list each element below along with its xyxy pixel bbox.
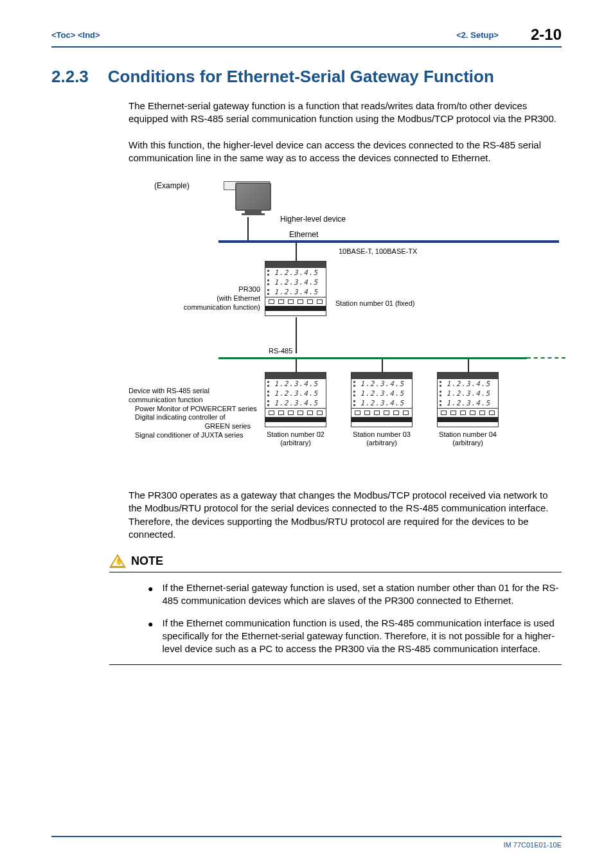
monitor-shape [235, 182, 271, 215]
rs485-bus [218, 357, 527, 359]
note-item-1: ● If the Ethernet-serial gateway functio… [148, 581, 562, 608]
device-list-caption: Device with RS-485 serial communication … [129, 387, 260, 440]
body-paragraph-1: The Ethernet-serial gateway function is … [129, 100, 562, 126]
device-station-04: 1.2.3.4.5 1.2.3.4.5 1.2.3.4.5 [437, 372, 499, 427]
rs485-bus-dashed [527, 357, 565, 359]
device-station-03: 1.2.3.4.5 1.2.3.4.5 1.2.3.4.5 [351, 372, 413, 427]
body-paragraph-3: The PR300 operates as a gateway that cha… [129, 489, 562, 541]
ethernet-bus [218, 240, 559, 243]
toc-link[interactable]: <Toc> [51, 30, 75, 40]
rs485-label: RS-485 [269, 347, 292, 355]
page-number: 2-10 [531, 26, 562, 44]
page-header: <Toc> <Ind> <2. Setup> 2-10 [51, 26, 562, 48]
station03-caption: Station number 03(arbitrary) [351, 430, 413, 447]
bullet-icon: ● [148, 583, 153, 608]
network-diagram: (Example) Higher-level device Ethernet 1… [129, 177, 562, 473]
header-section-link[interactable]: <2. Setup> [456, 30, 499, 40]
section-number: 2.2.3 [51, 67, 89, 87]
header-left: <Toc> <Ind> [51, 30, 100, 40]
note-item-2: ● If the Ethernet communication function… [148, 617, 562, 656]
section-title: Conditions for Ethernet-Serial Gateway F… [108, 67, 494, 87]
note-item-1-text: If the Ethernet-serial gateway function … [162, 581, 562, 608]
pr300-device: 1.2.3.4.5 1.2.3.4.5 1.2.3.4.5 [265, 261, 326, 316]
pr300-caption: PR300 (with Ethernet communication funct… [135, 285, 260, 312]
note-title: NOTE [131, 554, 163, 568]
note-item-2-text: If the Ethernet communication function i… [162, 617, 562, 656]
example-label: (Example) [154, 181, 190, 190]
higher-level-label: Higher-level device [280, 215, 346, 224]
ethernet-label: Ethernet [289, 230, 318, 239]
station04-caption: Station number 04(arbitrary) [437, 430, 499, 447]
station01-label: Station number 01 (fixed) [335, 299, 415, 307]
base-tx-label: 10BASE-T, 100BASE-TX [339, 247, 417, 255]
device-station-02: 1.2.3.4.5 1.2.3.4.5 1.2.3.4.5 [265, 372, 326, 427]
station02-caption: Station number 02(arbitrary) [265, 430, 326, 447]
body-paragraph-2: With this function, the higher-level dev… [129, 139, 562, 165]
warning-icon: ✋ [109, 554, 126, 568]
bullet-icon: ● [148, 618, 153, 656]
page-footer: IM 77C01E01-10E [51, 836, 562, 849]
ind-link[interactable]: <Ind> [78, 30, 100, 40]
note-section: ✋ NOTE ● If the Ethernet-serial gateway … [109, 554, 562, 665]
document-id: IM 77C01E01-10E [504, 841, 562, 849]
